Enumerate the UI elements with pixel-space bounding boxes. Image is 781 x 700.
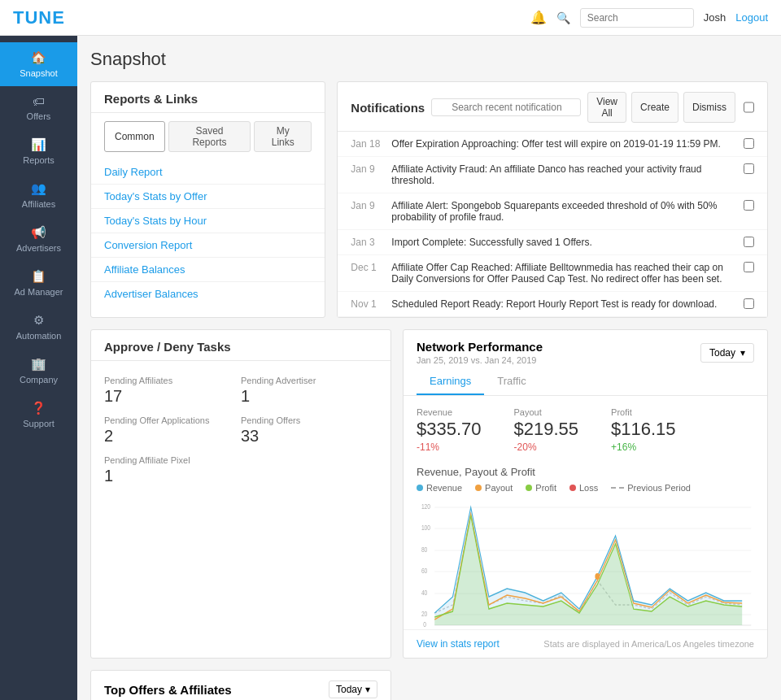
task-pending-offer-apps: Pending Offer Applications 2: [104, 411, 241, 450]
network-performance-card: Network Performance Jan 25, 2019 vs. Jan…: [403, 329, 768, 659]
notif-check-2[interactable]: [744, 200, 754, 211]
perf-subtitle: Jan 25, 2019 vs. Jan 24, 2019: [417, 355, 543, 365]
sidebar-item-admanager[interactable]: 📋 Ad Manager: [0, 261, 77, 305]
notifications-card: Notifications View All Create Dismiss Ja…: [337, 81, 768, 318]
link-stats-by-hour[interactable]: Today's Stats by Hour: [91, 209, 325, 233]
task-label-2: Pending Offer Applications: [104, 415, 241, 425]
svg-text:0: 0: [423, 620, 426, 628]
chart-section: Revenue, Payout & Profit Revenue Payout …: [404, 459, 767, 629]
tab-my-links[interactable]: My Links: [254, 121, 312, 152]
svg-text:80: 80: [421, 546, 428, 554]
view-all-button[interactable]: View All: [587, 92, 626, 123]
reports-links-title: Reports & Links: [91, 82, 325, 113]
perf-title-block: Network Performance Jan 25, 2019 vs. Jan…: [417, 340, 543, 365]
chevron-down-icon: ▾: [740, 347, 745, 359]
link-conversion-report[interactable]: Conversion Report: [91, 233, 325, 258]
notif-check-5[interactable]: [744, 298, 754, 309]
notif-item-4: Dec 1 Affiliate Offer Cap Reached: Affil…: [338, 255, 767, 292]
sidebar-item-offers[interactable]: 🏷 Offers: [0, 86, 77, 129]
home-icon: 🏠: [31, 50, 46, 65]
bottom-row: Top Offers & Affiliates Today ▾ Offers R…: [90, 670, 768, 700]
notif-check-3[interactable]: [744, 237, 754, 247]
timezone-note: Stats are displayed in America/Los Angel…: [543, 639, 754, 649]
perf-tabs: Earnings Traffic: [404, 368, 767, 396]
sidebar-item-company[interactable]: 🏢 Company: [0, 349, 77, 393]
create-button[interactable]: Create: [631, 92, 678, 123]
tab-saved-reports[interactable]: Saved Reports: [168, 121, 251, 152]
sidebar-item-label: Advertisers: [16, 243, 61, 253]
link-advertiser-balances[interactable]: Advertiser Balances: [91, 282, 325, 306]
logo: TUNE: [13, 7, 65, 28]
tab-common[interactable]: Common: [104, 121, 165, 152]
notif-text-5: Scheduled Report Ready: Report Hourly Re…: [391, 298, 735, 310]
sidebar-item-affiliates[interactable]: 👥 Affiliates: [0, 173, 77, 217]
notif-text-1: Affiliate Activity Fraud: An affiliate D…: [391, 163, 735, 186]
notif-item-2: Jan 9 Affiliate Alert: Spongebob Squarep…: [338, 193, 767, 230]
notif-item-5: Nov 1 Scheduled Report Ready: Report Hou…: [338, 292, 767, 317]
page-title: Snapshot: [90, 49, 768, 70]
svg-text:100: 100: [421, 524, 431, 532]
sidebar-item-label: Ad Manager: [15, 287, 63, 297]
select-all-checkbox[interactable]: [744, 92, 754, 123]
notif-check-1[interactable]: [744, 163, 754, 174]
svg-marker-15: [434, 515, 742, 625]
notif-check-4[interactable]: [744, 262, 754, 272]
perf-title: Network Performance: [417, 340, 543, 354]
approve-deny-card: Approve / Deny Tasks Pending Affiliates …: [90, 329, 391, 659]
users-icon: 👥: [31, 181, 46, 196]
link-affiliate-balances[interactable]: Affiliate Balances: [91, 258, 325, 282]
svg-text:20: 20: [421, 610, 428, 618]
performance-chart: 120 100 80 60 40 20 0: [417, 499, 754, 629]
sidebar-item-reports[interactable]: 📊 Reports: [0, 129, 77, 173]
metric-change-profit: +16%: [611, 441, 676, 453]
approve-deny-title: Approve / Deny Tasks: [91, 330, 390, 361]
task-value-0: 17: [104, 387, 241, 406]
link-daily-report[interactable]: Daily Report: [91, 160, 325, 185]
link-stats-by-offer[interactable]: Today's Stats by Offer: [91, 185, 325, 209]
svg-text:40: 40: [421, 589, 428, 597]
notif-search-input[interactable]: [431, 98, 581, 116]
task-grid: Pending Affiliates 17 Pending Advertiser…: [91, 361, 390, 500]
bell-icon[interactable]: 🔔: [530, 10, 547, 25]
sidebar-item-label: Affiliates: [22, 199, 55, 209]
notif-date-1: Jan 9: [351, 163, 383, 175]
top-nav: TUNE 🔔 🔍 Josh Logout: [0, 0, 781, 36]
notif-actions: View All Create Dismiss: [587, 92, 754, 123]
metric-value-payout: $219.55: [514, 419, 579, 440]
notif-item-1: Jan 9 Affiliate Activity Fraud: An affil…: [338, 157, 767, 193]
chart-title: Revenue, Payout & Profit: [417, 466, 754, 478]
chart-icon: 📊: [31, 137, 46, 152]
logout-link[interactable]: Logout: [735, 11, 768, 24]
user-name: Josh: [704, 11, 726, 24]
sidebar-item-support[interactable]: ❓ Support: [0, 393, 77, 437]
legend-prev-period: Previous Period: [611, 483, 691, 493]
task-value-1: 1: [241, 387, 377, 406]
top-row: Reports & Links Common Saved Reports My …: [90, 81, 768, 329]
notif-date-3: Jan 3: [351, 237, 383, 248]
perf-period-dropdown[interactable]: Today ▾: [700, 343, 754, 363]
offers-period-dropdown[interactable]: Today ▾: [329, 680, 377, 698]
tab-traffic[interactable]: Traffic: [484, 368, 539, 395]
legend-payout: Payout: [475, 483, 513, 493]
tab-earnings[interactable]: Earnings: [417, 368, 484, 395]
chart-legend: Revenue Payout Profit Loss Previous Peri…: [417, 483, 754, 493]
main-content: Snapshot Reports & Links Common Saved Re…: [77, 36, 781, 700]
search-input[interactable]: [580, 8, 694, 28]
notif-date-2: Jan 9: [351, 200, 383, 211]
view-stats-link[interactable]: View in stats report: [417, 638, 500, 650]
reports-tabs: Common Saved Reports My Links: [91, 113, 325, 160]
notifications-title: Notifications: [351, 101, 425, 115]
chart-container: 120 100 80 60 40 20 0: [417, 499, 754, 629]
sidebar-item-label: Snapshot: [20, 68, 57, 78]
metric-change-payout: -20%: [514, 441, 579, 453]
notif-date-5: Nov 1: [351, 298, 383, 310]
sidebar-item-automation[interactable]: ⚙ Automation: [0, 305, 77, 349]
sidebar-item-advertisers[interactable]: 📢 Advertisers: [0, 217, 77, 261]
chevron-down-icon: ▾: [365, 684, 370, 695]
clipboard-icon: 📋: [31, 269, 46, 284]
notif-check-0[interactable]: [744, 138, 754, 149]
offers-title: Top Offers & Affiliates: [104, 683, 232, 697]
sidebar-item-label: Support: [23, 419, 55, 428]
dismiss-button[interactable]: Dismiss: [683, 92, 735, 123]
sidebar-item-snapshot[interactable]: 🏠 Snapshot: [0, 42, 77, 86]
